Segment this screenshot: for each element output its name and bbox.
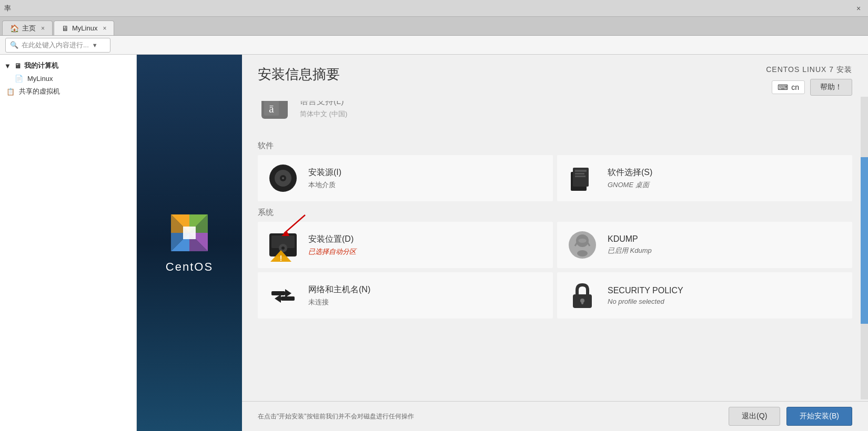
- install-source-subtitle: 本地介质: [308, 180, 341, 190]
- window-title-text: 率: [4, 4, 853, 13]
- security-text: SECURITY POLICY No profile selected: [608, 286, 683, 305]
- svg-point-23: [578, 239, 587, 243]
- svg-rect-12: [575, 176, 586, 177]
- search-dropdown-icon[interactable]: ▼: [92, 42, 98, 48]
- install-source-item[interactable]: 安装源(I) 本地介质: [258, 155, 553, 201]
- language-text: 语言支持(L) 简体中文 (中国): [300, 101, 347, 119]
- software-select-text: 软件选择(S) GNOME 桌面: [608, 167, 652, 190]
- quit-button[interactable]: 退出(Q): [729, 407, 780, 426]
- close-icon[interactable]: ×: [853, 3, 864, 14]
- security-icon: [566, 279, 599, 312]
- install-source-icon: [266, 161, 300, 195]
- kdump-title: KDUMP: [608, 234, 652, 244]
- sidebar-section-my-computer[interactable]: ▼ 🖥 我的计算机: [0, 59, 136, 73]
- kdump-item[interactable]: KDUMP 已启用 Kdump: [557, 222, 852, 268]
- search-icon: 🔍: [10, 41, 18, 49]
- tab-home[interactable]: 🏠 主页 ×: [2, 20, 53, 35]
- network-icon: [266, 279, 300, 312]
- tab-home-label: 主页: [22, 24, 36, 33]
- install-source-text: 安装源(I) 本地介质: [308, 167, 341, 190]
- footer: 在点击"开始安装"按钮前我们并不会对磁盘进行任何操作 退出(Q) 开始安装(B): [242, 401, 868, 431]
- svg-point-26: [577, 250, 588, 256]
- home-icon: 🏠: [10, 24, 19, 33]
- software-select-title: 软件选择(S): [608, 167, 652, 178]
- keyboard-lang: cn: [791, 83, 799, 91]
- install-dest-item[interactable]: ! 安装位置(D) 已选择自: [258, 222, 553, 268]
- install-dest-text: 安装位置(D) 已选择自动分区: [308, 234, 356, 256]
- svg-point-7: [282, 177, 284, 179]
- network-text: 网络和主机名(N) 未连接: [308, 284, 370, 307]
- svg-text:ā: ā: [269, 102, 274, 115]
- kdump-subtitle: 已启用 Kdump: [608, 246, 652, 255]
- centos-splash: CentOS: [137, 55, 242, 431]
- software-section-label: 软件: [258, 141, 852, 151]
- content-scroll: ā 语言支持(L) 简体中文 (中国) 软件: [242, 101, 868, 401]
- sidebar-item-mylinux[interactable]: 📄 MyLinux: [0, 73, 136, 85]
- svg-rect-0: [183, 227, 196, 239]
- software-select-item[interactable]: 软件选择(S) GNOME 桌面: [557, 155, 852, 201]
- tab-home-close-icon[interactable]: ×: [41, 25, 45, 32]
- search-placeholder: 在此处键入内容进行...: [22, 40, 89, 50]
- software-items-grid: 安装源(I) 本地介质: [258, 155, 852, 201]
- svg-rect-27: [271, 291, 285, 295]
- start-install-button[interactable]: 开始安装(B): [786, 407, 852, 426]
- expand-icon: ▼: [4, 62, 11, 70]
- software-select-icon: [566, 161, 599, 195]
- language-item-partial[interactable]: ā 语言支持(L) 简体中文 (中国): [258, 101, 852, 124]
- svg-marker-30: [275, 294, 281, 303]
- mylinux-icon: 🖥: [62, 24, 69, 33]
- install-header: 安装信息摘要 CENTOS LINUX 7 安装 ⌨ cn 帮助！: [242, 55, 868, 101]
- network-subtitle: 未连接: [308, 297, 370, 307]
- scrollbar-thumb[interactable]: [861, 157, 868, 324]
- sidebar-shared-label: 共享的虚拟机: [19, 87, 60, 96]
- centos-logo-icon: [168, 212, 210, 254]
- footer-note: 在点击"开始安装"按钮前我们并不会对磁盘进行任何操作: [258, 412, 414, 421]
- security-subtitle: No profile selected: [608, 297, 683, 305]
- network-item[interactable]: 网络和主机名(N) 未连接: [258, 272, 553, 319]
- svg-rect-11: [575, 173, 584, 175]
- security-item[interactable]: SECURITY POLICY No profile selected: [557, 272, 852, 319]
- window-title-bar: 率 ×: [0, 0, 868, 17]
- install-source-title: 安装源(I): [308, 167, 341, 178]
- install-dest-title: 安装位置(D): [308, 234, 356, 245]
- svg-point-16: [281, 247, 285, 250]
- top-right-controls: ⌨ cn 帮助！: [772, 79, 852, 96]
- sidebar-mylinux-label: MyLinux: [27, 75, 53, 83]
- software-select-subtitle: GNOME 桌面: [608, 180, 652, 190]
- search-input[interactable]: 🔍 在此处键入内容进行... ▼: [5, 38, 110, 53]
- centos-logo-container: CentOS: [166, 212, 213, 274]
- shared-icon: 📋: [6, 88, 15, 96]
- install-dest-subtitle: 已选择自动分区: [308, 247, 356, 256]
- install-area: 安装信息摘要 CENTOS LINUX 7 安装 ⌨ cn 帮助！: [242, 55, 868, 431]
- tab-mylinux-close-icon[interactable]: ×: [103, 25, 106, 32]
- vm-icon: 📄: [15, 75, 23, 83]
- svg-text:!: !: [280, 254, 282, 262]
- scrollbar-track[interactable]: [861, 97, 868, 399]
- language-subtitle: 简体中文 (中国): [300, 109, 347, 119]
- install-dest-icon: !: [266, 228, 300, 262]
- centos-brand-text: CentOS: [166, 260, 213, 274]
- keyboard-indicator[interactable]: ⌨ cn: [772, 80, 805, 94]
- kdump-icon: [566, 228, 599, 262]
- install-top-right: CENTOS LINUX 7 安装 ⌨ cn 帮助！: [766, 65, 852, 96]
- footer-buttons: 退出(Q) 开始安装(B): [729, 407, 852, 426]
- sidebar-item-shared-vm[interactable]: 📋 共享的虚拟机: [0, 85, 136, 98]
- svg-rect-29: [281, 296, 295, 301]
- security-title: SECURITY POLICY: [608, 286, 683, 295]
- svg-marker-28: [285, 289, 291, 297]
- install-page-title: 安装信息摘要: [258, 65, 340, 84]
- vm-content: CentOS 安装信息摘要 CENTOS LINUX 7 安装 ⌨ cn 帮助！: [137, 55, 868, 431]
- tab-mylinux-label: MyLinux: [72, 24, 97, 32]
- sidebar: ▼ 🖥 我的计算机 📄 MyLinux 📋 共享的虚拟机: [0, 55, 137, 431]
- tab-mylinux[interactable]: 🖥 MyLinux ×: [54, 20, 114, 35]
- computer-icon: 🖥: [14, 62, 21, 70]
- tab-bar: 🏠 主页 × 🖥 MyLinux ×: [0, 17, 868, 36]
- kdump-text: KDUMP 已启用 Kdump: [608, 234, 652, 255]
- language-title: 语言支持(L): [300, 101, 347, 107]
- help-button[interactable]: 帮助！: [810, 79, 852, 96]
- sidebar-my-computer-label: 我的计算机: [24, 61, 58, 70]
- keyboard-icon: ⌨: [778, 83, 788, 91]
- svg-rect-33: [581, 301, 583, 304]
- svg-rect-10: [575, 170, 587, 172]
- main-layout: ▼ 🖥 我的计算机 📄 MyLinux 📋 共享的虚拟机: [0, 55, 868, 431]
